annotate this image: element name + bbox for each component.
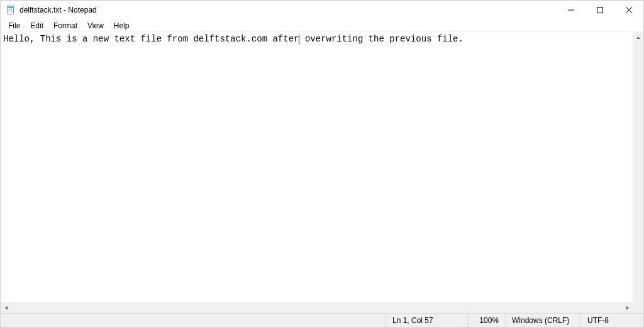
status-position: Ln 1, Col 57 xyxy=(386,314,467,327)
text-editor[interactable]: Hello, This is a new text file from delf… xyxy=(1,32,633,302)
menu-view[interactable]: View xyxy=(82,20,109,31)
scroll-right-arrow-icon[interactable] xyxy=(622,302,633,313)
menu-edit[interactable]: Edit xyxy=(25,20,48,31)
text-before-cursor: Hello, This is a new text file from delf… xyxy=(3,34,299,44)
text-after-cursor: overwriting the previous file. xyxy=(299,34,463,44)
horizontal-scroll-row xyxy=(1,302,643,313)
scroll-corner xyxy=(633,302,643,313)
menu-format[interactable]: Format xyxy=(48,20,82,31)
editor-area: Hello, This is a new text file from delf… xyxy=(1,32,643,302)
menu-file[interactable]: File xyxy=(3,20,25,31)
vertical-scrollbar[interactable] xyxy=(633,32,643,302)
maximize-button[interactable] xyxy=(586,1,614,19)
svg-marker-11 xyxy=(626,306,629,310)
status-eol: Windows (CRLF) xyxy=(505,314,580,327)
close-button[interactable] xyxy=(614,1,643,19)
scroll-up-arrow-icon[interactable] xyxy=(633,32,643,43)
status-spacer xyxy=(1,314,386,327)
titlebar[interactable]: delftstack.txt - Notepad xyxy=(1,1,643,19)
window-title: delftstack.txt - Notepad xyxy=(19,6,97,14)
menubar: File Edit Format View Help xyxy=(1,19,643,32)
svg-rect-6 xyxy=(597,8,603,13)
window-controls xyxy=(557,1,643,19)
menu-help[interactable]: Help xyxy=(109,20,135,31)
svg-marker-9 xyxy=(636,36,640,39)
horizontal-scroll-track[interactable] xyxy=(11,302,622,313)
status-encoding: UTF-8 xyxy=(580,314,643,327)
scroll-left-arrow-icon[interactable] xyxy=(1,302,11,313)
svg-rect-4 xyxy=(8,6,14,8)
statusbar: Ln 1, Col 57 100% Windows (CRLF) UTF-8 xyxy=(1,313,643,327)
svg-marker-10 xyxy=(5,306,8,310)
status-zoom: 100% xyxy=(467,314,505,327)
horizontal-scrollbar[interactable] xyxy=(1,302,633,313)
notepad-icon xyxy=(6,5,16,15)
minimize-button[interactable] xyxy=(557,1,586,19)
notepad-window: delftstack.txt - Notepad File Edit Forma… xyxy=(0,0,644,328)
